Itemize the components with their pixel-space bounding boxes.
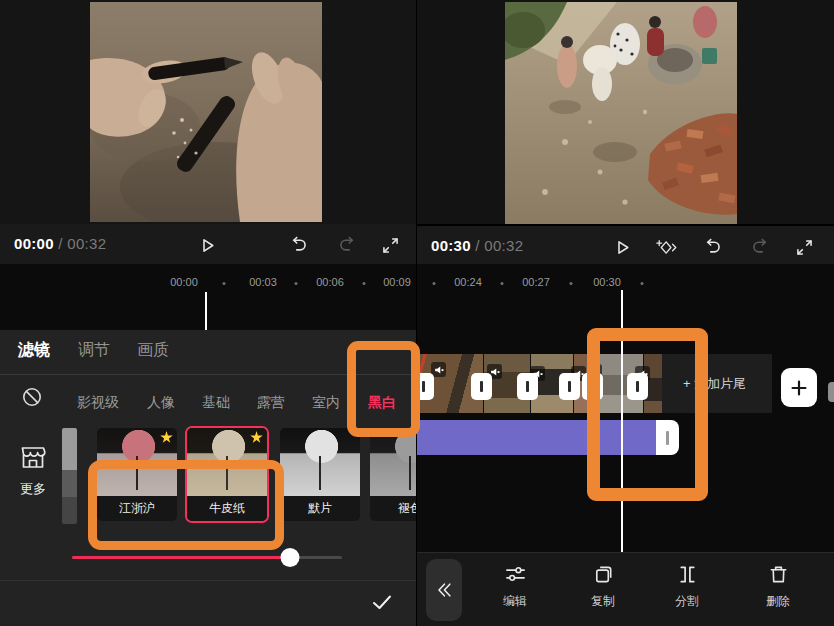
- category-portrait[interactable]: 人像: [147, 394, 175, 412]
- no-filter-icon: [21, 386, 43, 408]
- track-trim-handle[interactable]: [656, 420, 679, 455]
- store-icon: [18, 442, 48, 472]
- left-redo-button[interactable]: [333, 231, 361, 259]
- filter-tile-mopian[interactable]: 默片: [278, 426, 362, 523]
- filter-thumbnail: [280, 428, 360, 496]
- confirm-row: [0, 581, 416, 626]
- split-icon: [676, 563, 699, 586]
- undo-icon: [702, 237, 723, 258]
- filter-name: 牛皮纸: [187, 496, 267, 521]
- ruler-label: 00:27: [522, 276, 550, 288]
- left-undo-button[interactable]: [284, 231, 312, 259]
- category-blackwhite[interactable]: 黑白: [368, 394, 396, 412]
- video-track[interactable]: [417, 354, 662, 413]
- copy-icon: [592, 563, 615, 586]
- right-preview-image: [505, 2, 737, 224]
- right-time-separator: /: [475, 237, 479, 254]
- keyframe-button[interactable]: [652, 233, 680, 261]
- ruler-label: 00:00: [170, 276, 198, 288]
- left-fullscreen-button[interactable]: [376, 231, 404, 259]
- divider: [0, 374, 416, 375]
- category-basic[interactable]: 基础: [202, 394, 230, 412]
- right-video-preview: [417, 0, 834, 224]
- trash-icon: [767, 563, 790, 586]
- filter-name: 江浙沪: [97, 496, 177, 521]
- collapse-toolbar-button[interactable]: [426, 559, 462, 621]
- left-playhead[interactable]: [205, 292, 207, 330]
- play-icon: [197, 235, 218, 256]
- left-screen: 00:00 / 00:32 00:00 00:03 00:06: [0, 0, 416, 626]
- filter-intensity-slider[interactable]: [72, 556, 342, 559]
- delete-button[interactable]: 删除: [748, 563, 808, 610]
- keyframe-icon: [656, 237, 677, 258]
- ruler-dot: [570, 282, 573, 285]
- right-timeline[interactable]: 00:24 00:27 00:30: [417, 264, 834, 552]
- more-filters-button[interactable]: 更多: [16, 442, 50, 498]
- transition-button[interactable]: [627, 373, 648, 400]
- add-ending-button[interactable]: + 添加片尾: [657, 354, 772, 413]
- tab-adjust[interactable]: 调节: [78, 340, 110, 361]
- edge-element: [828, 382, 834, 402]
- ruler-dot: [363, 282, 366, 285]
- right-time-display: 00:30 / 00:32: [431, 237, 523, 254]
- redo-icon: [337, 235, 358, 256]
- more-label: 更多: [16, 480, 50, 498]
- undo-icon: [288, 235, 309, 256]
- category-cinematic[interactable]: 影视级: [77, 394, 119, 412]
- left-time-display: 00:00 / 00:32: [14, 235, 106, 252]
- right-screen: 00:30 / 00:32 00:24 00:27: [417, 0, 834, 626]
- tab-filter[interactable]: 滤镜: [18, 340, 50, 361]
- dual-editor-screenshot: 00:00 / 00:32 00:00 00:03 00:06: [0, 0, 834, 626]
- split-button[interactable]: 分割: [657, 563, 717, 610]
- copy-button[interactable]: 复制: [573, 563, 633, 610]
- right-undo-button[interactable]: [698, 233, 726, 261]
- transition-button[interactable]: [471, 373, 492, 400]
- no-filter-button[interactable]: [21, 386, 43, 408]
- category-camping[interactable]: 露营: [257, 394, 285, 412]
- edit-label: 编辑: [485, 593, 545, 610]
- right-play-button[interactable]: [608, 233, 636, 261]
- slider-fill: [72, 556, 290, 559]
- left-preview-image: [90, 2, 322, 222]
- filter-tile-tuise[interactable]: 褪色: [368, 426, 416, 523]
- add-clip-button[interactable]: [781, 368, 817, 407]
- left-timeline[interactable]: 00:00 00:03 00:06 00:09: [0, 264, 416, 330]
- split-label: 分割: [657, 593, 717, 610]
- transition-button[interactable]: [417, 373, 434, 400]
- check-icon: [370, 590, 394, 614]
- ruler-label: 00:30: [593, 276, 621, 288]
- left-transport-bar: 00:00 / 00:32: [0, 224, 416, 264]
- filter-tile-niupizhi-selected[interactable]: 牛皮纸: [185, 426, 269, 523]
- right-fullscreen-button[interactable]: [790, 233, 818, 261]
- ruler-dot: [641, 282, 644, 285]
- edit-button[interactable]: 编辑: [485, 563, 545, 610]
- add-ending-label: + 添加片尾: [683, 375, 746, 393]
- copy-label: 复制: [573, 593, 633, 610]
- left-video-preview: [0, 0, 416, 224]
- left-time-separator: /: [58, 235, 62, 252]
- left-current-time: 00:00: [14, 235, 54, 252]
- transition-button[interactable]: [582, 373, 603, 400]
- left-duration: 00:32: [67, 235, 106, 252]
- redo-icon: [750, 237, 771, 258]
- slider-knob[interactable]: [281, 548, 300, 567]
- play-icon: [612, 237, 633, 258]
- filter-panel: 滤镜 调节 画质 影视级 人像 基础 露营 室内 黑白 更多: [0, 330, 416, 626]
- left-play-button[interactable]: [193, 231, 221, 259]
- right-playhead[interactable]: [621, 290, 623, 552]
- star-icon: [160, 431, 173, 444]
- transition-button[interactable]: [517, 373, 538, 400]
- category-indoor[interactable]: 室内: [312, 394, 340, 412]
- tab-quality[interactable]: 画质: [137, 340, 169, 361]
- filter-tile-jiangzhehu[interactable]: 江浙沪: [95, 426, 179, 523]
- ruler-label: 00:09: [383, 276, 411, 288]
- double-chevron-left-icon: [434, 580, 454, 600]
- sliders-icon: [504, 563, 527, 586]
- star-icon: [250, 431, 263, 444]
- ruler-label: 00:03: [249, 276, 277, 288]
- transition-button[interactable]: [559, 373, 580, 400]
- right-redo-button[interactable]: [746, 233, 774, 261]
- filter-name: 褪色: [370, 496, 416, 521]
- filter-thumbnail: [97, 428, 177, 496]
- confirm-button[interactable]: [370, 590, 398, 618]
